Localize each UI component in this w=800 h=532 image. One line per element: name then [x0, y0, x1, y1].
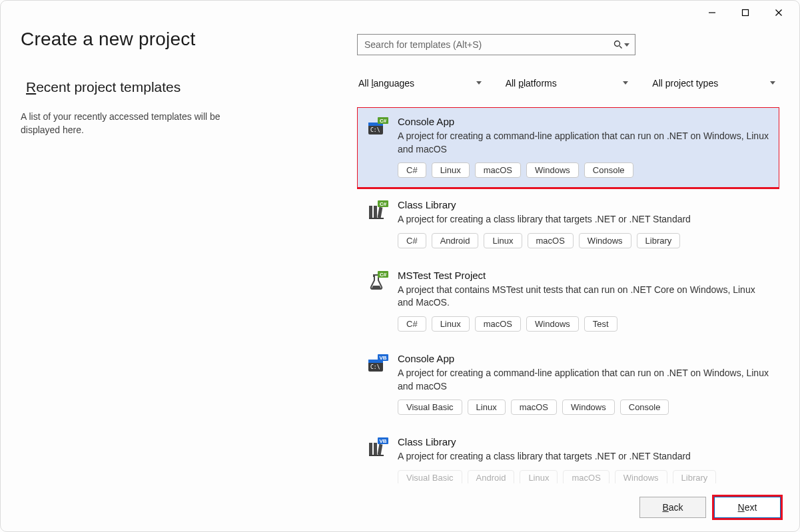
template-tag: Windows — [562, 399, 615, 415]
svg-line-5 — [619, 46, 622, 49]
template-tag: Linux — [484, 233, 522, 248]
filter-language[interactable]: All languages — [357, 74, 486, 93]
minimize-button[interactable] — [697, 3, 727, 23]
template-tag: Windows — [526, 316, 579, 332]
search-icon[interactable] — [613, 40, 629, 49]
template-tag: macOS — [475, 162, 521, 178]
template-tag: macOS — [475, 316, 521, 332]
template-description: A project for creating a class library t… — [398, 450, 772, 463]
recent-templates-heading: Recent project templates — [21, 79, 357, 95]
template-title: Class Library — [398, 436, 772, 447]
svg-text:C#: C# — [380, 201, 387, 207]
svg-text:C:\: C:\ — [370, 127, 380, 133]
template-icon: C:\C# — [367, 117, 388, 138]
back-button[interactable]: Back — [639, 497, 706, 518]
page-title: Create a new project — [21, 29, 357, 50]
template-tag: Windows — [615, 470, 667, 483]
svg-text:VB: VB — [379, 438, 386, 444]
svg-text:C#: C# — [380, 272, 387, 278]
next-button[interactable]: Next — [714, 497, 781, 518]
filter-platform[interactable]: All platforms — [504, 74, 633, 93]
template-tag: C# — [398, 162, 426, 178]
svg-text:VB: VB — [379, 355, 386, 361]
template-tag: Android — [432, 233, 479, 248]
template-tag: C# — [398, 316, 426, 332]
template-description: A project for creating a command-line ap… — [398, 367, 772, 393]
template-tag: macOS — [528, 233, 574, 248]
template-icon: C:\VB — [367, 354, 388, 376]
filter-project-type[interactable]: All project types — [651, 74, 779, 93]
template-icon: C# — [367, 200, 388, 222]
template-item[interactable]: C:\VBConsole AppA project for creating a… — [357, 344, 779, 425]
template-tag: macOS — [511, 399, 557, 415]
template-title: Class Library — [398, 199, 772, 210]
template-item[interactable]: C#MSTest Test ProjectA project that cont… — [357, 261, 779, 342]
svg-rect-13 — [378, 207, 383, 218]
template-tag: Library — [673, 470, 717, 483]
svg-rect-27 — [369, 455, 384, 456]
svg-rect-26 — [378, 444, 383, 455]
chevron-down-icon — [770, 81, 775, 85]
titlebar — [1, 1, 799, 25]
maximize-button[interactable] — [730, 3, 761, 23]
template-tag: Linux — [432, 162, 470, 178]
chevron-down-icon — [623, 81, 628, 85]
svg-rect-14 — [369, 218, 384, 219]
svg-rect-25 — [374, 443, 377, 455]
template-tag: macOS — [563, 470, 609, 483]
template-item[interactable]: C:\C#Console AppA project for creating a… — [357, 107, 779, 188]
template-tag: Visual Basic — [398, 470, 462, 483]
template-tag: Console — [620, 399, 669, 415]
template-tag: Windows — [579, 233, 631, 248]
template-title: Console App — [398, 353, 772, 364]
template-icon: VB — [367, 437, 388, 459]
svg-rect-1 — [743, 10, 749, 16]
template-tag: Test — [584, 316, 617, 332]
template-tag: Console — [584, 162, 633, 178]
template-tag: Windows — [526, 162, 579, 178]
template-tag: Linux — [432, 316, 470, 332]
template-icon: C# — [367, 271, 388, 292]
template-title: MSTest Test Project — [398, 270, 772, 281]
recent-empty-text: A list of your recently accessed templat… — [21, 110, 234, 137]
template-description: A project that contains MSTest unit test… — [398, 284, 772, 310]
svg-rect-12 — [374, 206, 377, 218]
template-item[interactable]: C#Class LibraryA project for creating a … — [357, 190, 779, 258]
template-tag: Linux — [468, 399, 506, 415]
template-title: Console App — [398, 116, 772, 127]
template-tag: Linux — [520, 470, 558, 483]
template-description: A project for creating a class library t… — [398, 213, 772, 226]
template-tag: Android — [468, 470, 515, 483]
svg-rect-24 — [369, 443, 372, 455]
svg-text:C:\: C:\ — [370, 364, 380, 370]
search-input[interactable] — [364, 39, 613, 50]
template-tag: Visual Basic — [398, 399, 462, 415]
svg-rect-11 — [369, 206, 372, 218]
close-button[interactable] — [763, 3, 794, 23]
svg-point-4 — [615, 41, 620, 47]
template-list[interactable]: C:\C#Console AppA project for creating a… — [357, 107, 779, 483]
template-tag: Library — [637, 233, 681, 248]
template-search[interactable] — [357, 34, 635, 55]
chevron-down-icon — [624, 43, 629, 47]
template-tag: C# — [398, 233, 426, 248]
template-item[interactable]: VBClass LibraryA project for creating a … — [357, 427, 779, 483]
template-description: A project for creating a command-line ap… — [398, 130, 772, 156]
chevron-down-icon — [476, 81, 482, 85]
svg-text:C#: C# — [380, 118, 387, 124]
